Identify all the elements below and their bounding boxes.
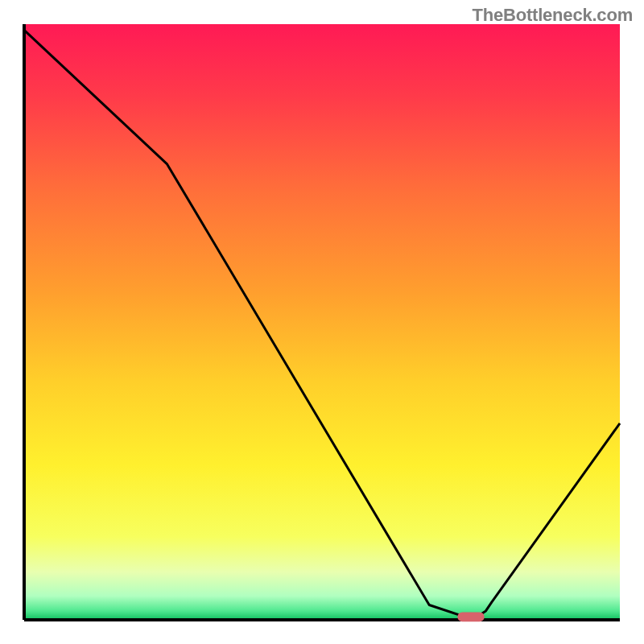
- attribution-text: TheBottleneck.com: [472, 5, 633, 26]
- chart-svg: [0, 0, 644, 644]
- optimal-marker: [457, 612, 484, 621]
- bottleneck-chart: TheBottleneck.com: [0, 0, 644, 644]
